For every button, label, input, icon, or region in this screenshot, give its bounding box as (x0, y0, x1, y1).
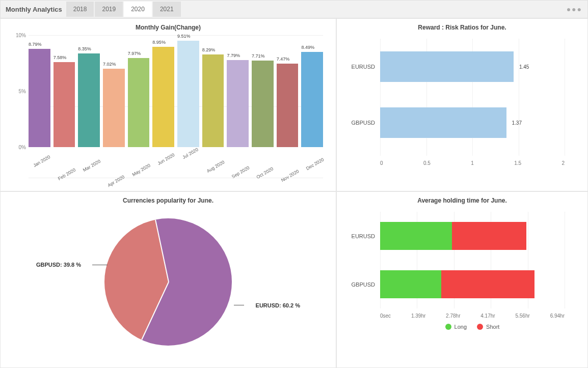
tab-2018[interactable]: 2018 (66, 2, 94, 17)
tab-2020[interactable]: 2020 (124, 2, 152, 17)
chart-title-currencies: Currencies popularity for June. (8, 197, 328, 204)
panel-monthly-gain: Monthly Gain(Change) 10% 5% 0% 8.79%Jan … (0, 18, 336, 191)
bar-category-label: Apr 2020 (107, 174, 126, 188)
ytick-0: 0% (19, 145, 26, 150)
stbar-short (452, 222, 526, 250)
bar-category-label: May 2020 (131, 163, 151, 177)
hbar-bar: 1.37 (380, 107, 506, 138)
stbar-xtick: 5.56hr (515, 313, 529, 319)
bar-category-label: Nov 2020 (280, 168, 300, 183)
bar-category-label: Jan 2020 (33, 154, 51, 168)
bar-category-label: Feb 2020 (57, 167, 76, 182)
stbar-row: GBPUSD (380, 260, 565, 308)
bar-col: 7.47%Nov 2020 (277, 64, 299, 147)
header: Monthly Analytics 2018 2019 2020 2021 ●●… (0, 0, 588, 18)
monthly-gain-chart: 10% 5% 0% 8.79%Jan 20207.58%Feb 20208.35… (29, 35, 323, 178)
bar-col: 7.02%Apr 2020 (103, 69, 125, 147)
bar-category-label: Jul 2020 (182, 147, 199, 160)
bar-value-label: 8.79% (29, 42, 42, 47)
hbar-row: EURUSD1.45 (380, 39, 565, 95)
stbar-short (441, 270, 534, 298)
ytick-10: 10% (16, 33, 26, 38)
hbar-value: 1.37 (512, 120, 522, 126)
reward-risk-chart: EURUSD1.45GBPUSD1.3700.511.52 (380, 39, 565, 171)
pie-label-eurusd: EURUSD: 60.2 % (256, 302, 300, 308)
stbar-row: EURUSD (380, 212, 565, 260)
bar-value-label: 7.71% (252, 53, 265, 59)
hbar-xtick: 0.5 (423, 160, 431, 166)
stbar-long (380, 222, 452, 250)
legend-label-short: Short (486, 324, 499, 330)
bar-category-label: Dec 2020 (305, 157, 325, 172)
more-icon[interactable]: ●●● (567, 5, 582, 13)
bar-value-label: 8.35% (78, 46, 91, 51)
chart-title-reward-risk: Reward : Risk Ratios for June. (344, 24, 580, 31)
currencies-pie-chart: EURUSD: 60.2 % GBPUSD: 39.8 % (8, 208, 328, 356)
holding-time-legend: Long Short (380, 324, 565, 330)
stbar-xtick: 6.94hr (550, 313, 565, 319)
bar-col: 7.58%Feb 2020 (54, 62, 75, 147)
hbar-xtick: 2 (562, 160, 565, 166)
pie (104, 218, 232, 346)
bar-value-label: 7.47% (277, 56, 290, 62)
tab-2019[interactable]: 2019 (95, 2, 123, 17)
hbar-xtick: 0 (380, 160, 383, 166)
bar-col: 9.51%Jul 2020 (177, 41, 199, 147)
chart-title-holding-time: Average holding time for June. (344, 197, 580, 204)
stbar-xtick: 0sec (380, 313, 391, 319)
legend-label-long: Long (455, 324, 467, 330)
panel-reward-risk: Reward : Risk Ratios for June. EURUSD1.4… (336, 18, 588, 191)
panel-holding-time: Average holding time for June. EURUSDGBP… (336, 191, 588, 368)
bar-value-label: 9.51% (177, 34, 191, 39)
bar-col: 8.29%Aug 2020 (202, 54, 224, 147)
bar-value-label: 8.95% (152, 40, 166, 45)
stbar-xtick: 2.78hr (446, 313, 460, 319)
ytick-5: 5% (19, 89, 26, 94)
hbar-category: GBPUSD (344, 120, 375, 126)
chart-title-monthly-gain: Monthly Gain(Change) (8, 24, 328, 31)
legend-dot-long (445, 324, 451, 330)
holding-time-chart: EURUSDGBPUSD0sec1.39hr2.78hr4.17hr5.56hr… (380, 212, 565, 334)
bar-category-label: Sep 2020 (231, 165, 250, 179)
bar-col: 8.35%Mar 2020 (78, 53, 100, 147)
year-tabs: 2018 2019 2020 2021 (66, 2, 181, 17)
bar-col: 8.79%Jan 2020 (29, 49, 50, 147)
bar-col: 8.49%Dec 2020 (301, 52, 323, 147)
hbar-value: 1.45 (519, 64, 529, 70)
legend-long: Long (445, 324, 467, 330)
pie-label-gbpusd: GBPUSD: 39.8 % (36, 262, 81, 268)
bar-category-label: Aug 2020 (206, 159, 225, 174)
hbar-row: GBPUSD1.37 (380, 95, 565, 151)
stbar-category: GBPUSD (344, 281, 375, 288)
bar-value-label: 7.58% (54, 55, 67, 60)
stbar-category: EURUSD (344, 233, 375, 239)
stbar-long (380, 270, 441, 298)
hbar-xtick: 1 (471, 160, 474, 166)
hbar-bar: 1.45 (380, 51, 514, 82)
stbar-xtick: 4.17hr (480, 313, 495, 319)
hbar-category: EURUSD (344, 64, 375, 70)
bar-col: 8.95%Jun 2020 (152, 47, 174, 147)
bar-value-label: 7.79% (227, 53, 240, 58)
legend-dot-short (477, 324, 483, 330)
bar-category-label: Mar 2020 (82, 159, 101, 173)
header-title: Monthly Analytics (6, 6, 62, 13)
bar-category-label: Jun 2020 (156, 152, 175, 166)
tab-2021[interactable]: 2021 (153, 2, 181, 17)
bar-value-label: 8.49% (301, 45, 314, 50)
bar-col: 7.97%May 2020 (128, 58, 150, 147)
bar-value-label: 7.97% (128, 51, 141, 56)
bar-col: 7.71%Oct 2020 (252, 61, 274, 147)
legend-short: Short (477, 324, 499, 330)
bar-col: 7.79%Sep 2020 (227, 60, 249, 147)
bar-value-label: 7.02% (103, 62, 116, 67)
hbar-xtick: 1.5 (514, 160, 521, 166)
stbar-xtick: 1.39hr (411, 313, 425, 319)
bar-value-label: 8.29% (202, 47, 216, 52)
panel-currencies-popularity: Currencies popularity for June. EURUSD: … (0, 191, 336, 368)
